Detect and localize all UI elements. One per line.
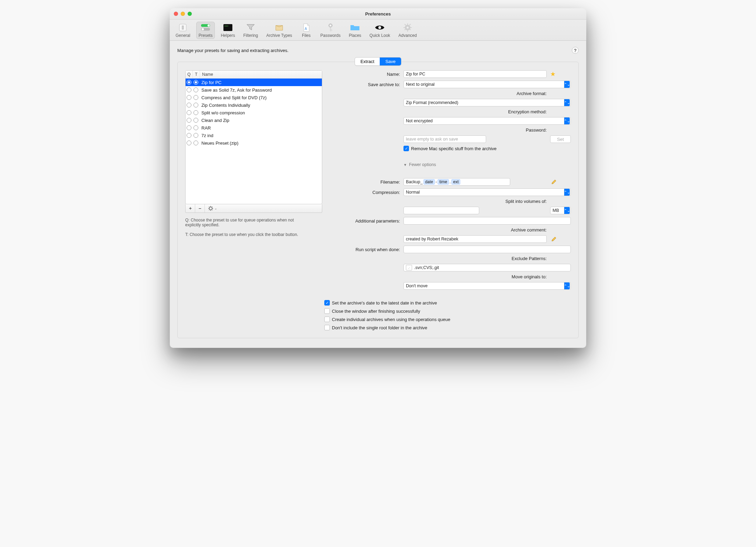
comment-field[interactable] xyxy=(403,235,547,243)
exclude-patterns-value: .svn;CVS;.git xyxy=(414,265,439,270)
toolbar-presets[interactable]: Presets xyxy=(196,22,215,39)
radio-q[interactable] xyxy=(187,95,191,100)
remove-button[interactable]: − xyxy=(195,204,205,213)
radio-q[interactable] xyxy=(187,110,191,115)
edit-comment-button[interactable] xyxy=(550,235,558,243)
help-button[interactable]: ? xyxy=(572,47,579,54)
encryption-select[interactable]: Not encrypted ⌃⌄ xyxy=(403,117,571,125)
table-row[interactable]: 7z ind xyxy=(186,132,322,139)
toolbar-filtering[interactable]: Filtering xyxy=(241,22,261,39)
option-checkbox[interactable]: Set the archive's date to the latest dat… xyxy=(324,300,571,306)
titlebar: Preferences xyxy=(170,8,586,20)
radio-t[interactable] xyxy=(193,118,198,123)
checkbox-icon xyxy=(324,325,330,330)
format-value: Zip Format (recommended) xyxy=(406,100,458,105)
table-row[interactable]: Clean and Zip xyxy=(186,116,322,124)
table-row[interactable]: Zip for PC xyxy=(186,79,322,86)
checkbox-icon xyxy=(324,317,330,322)
compression-select[interactable]: Normal ⌃⌄ xyxy=(403,188,571,196)
radio-q[interactable] xyxy=(187,80,191,85)
favorite-icon[interactable]: ★ xyxy=(550,71,571,77)
name-field[interactable] xyxy=(403,70,547,78)
toolbar-quick-look[interactable]: Quick Look xyxy=(367,22,392,39)
minimize-icon[interactable] xyxy=(181,12,185,16)
option-checkbox[interactable]: Create individual archives when using th… xyxy=(324,317,571,322)
radio-t[interactable] xyxy=(193,103,198,107)
radio-t[interactable] xyxy=(193,133,198,138)
radio-q[interactable] xyxy=(187,118,191,123)
option-checkbox[interactable]: Close the window after finishing success… xyxy=(324,308,571,314)
radio-q[interactable] xyxy=(187,133,191,138)
radio-q[interactable] xyxy=(187,87,191,92)
save-to-select[interactable]: Next to original ⌃⌄ xyxy=(403,81,571,88)
svg-text:exec: exec xyxy=(224,25,229,27)
radio-t[interactable] xyxy=(193,95,198,100)
table-row[interactable]: Compress and Split for DVD (7z) xyxy=(186,94,322,101)
pencil-icon xyxy=(551,236,557,242)
option-checkbox[interactable]: Don't include the single root folder in … xyxy=(324,325,571,330)
table-header: Q T Name xyxy=(186,71,322,79)
table-body[interactable]: Zip for PCSave as Solid 7z, Ask for Pass… xyxy=(186,79,322,204)
actions-menu[interactable]: ⌄ xyxy=(205,204,221,213)
toolbar-passwords[interactable]: Passwords xyxy=(318,22,343,39)
instruction-text: Manage your presets for saving and extra… xyxy=(177,48,288,53)
document-icon: A xyxy=(301,23,312,32)
label-exclude: Exclude Patterns: xyxy=(512,256,547,261)
password-field[interactable] xyxy=(403,135,486,143)
toolbar-files[interactable]: A Files xyxy=(298,22,315,39)
table-row[interactable]: Neues Preset (zip) xyxy=(186,139,322,147)
funnel-icon xyxy=(245,23,256,32)
set-password-button[interactable]: Set xyxy=(550,135,571,143)
remove-mac-checkbox[interactable]: Remove Mac specific stuff from the archi… xyxy=(403,146,571,151)
radio-q[interactable] xyxy=(187,141,191,145)
option-label: Create individual archives when using th… xyxy=(332,317,450,322)
additional-params-field[interactable] xyxy=(403,217,571,225)
radio-t[interactable] xyxy=(193,87,198,92)
close-icon[interactable] xyxy=(174,12,178,16)
col-t[interactable]: T xyxy=(193,71,200,78)
radio-t[interactable] xyxy=(193,110,198,115)
switch-icon xyxy=(177,23,189,32)
chevron-up-down-icon: ⌃⌄ xyxy=(564,117,570,124)
tab-save[interactable]: Save xyxy=(380,58,401,65)
chevron-up-down-icon: ⌃⌄ xyxy=(564,99,570,106)
col-q[interactable]: Q xyxy=(186,71,193,78)
exclude-patterns-field[interactable]: .· .svn;CVS;.git xyxy=(403,264,571,271)
radio-t[interactable] xyxy=(193,125,198,130)
tab-extract[interactable]: Extract xyxy=(355,58,380,65)
radio-t[interactable] xyxy=(193,80,198,85)
toolbar-archive-types[interactable]: Archive Types xyxy=(264,22,294,39)
toolbar-advanced[interactable]: Advanced xyxy=(396,22,419,39)
toolbar-helpers[interactable]: exec Helpers xyxy=(218,22,237,39)
radio-q[interactable] xyxy=(187,103,191,107)
label-additional: Additional parameters: xyxy=(355,218,400,224)
toolbar-places[interactable]: Places xyxy=(346,22,364,39)
split-unit-select[interactable]: MB ⌃⌄ xyxy=(550,207,571,214)
regex-icon: .· xyxy=(406,265,412,270)
table-row[interactable]: RAR xyxy=(186,124,322,132)
svg-rect-20 xyxy=(410,27,412,28)
zoom-icon[interactable] xyxy=(188,12,192,16)
svg-line-30 xyxy=(209,207,210,207)
svg-rect-18 xyxy=(407,30,408,32)
fewer-options-disclosure[interactable]: ▼ Fewer options xyxy=(403,162,571,167)
col-name[interactable]: Name xyxy=(200,71,213,78)
split-size-field[interactable] xyxy=(403,207,479,214)
filename-field[interactable]: Backup_ date - time . ext xyxy=(403,178,510,186)
radio-q[interactable] xyxy=(187,125,191,130)
preset-name: Save as Solid 7z, Ask for Password xyxy=(199,87,272,93)
table-row[interactable]: Split w/o compression xyxy=(186,109,322,116)
add-button[interactable]: ＋ xyxy=(186,204,195,213)
format-select[interactable]: Zip Format (recommended) ⌃⌄ xyxy=(403,99,571,106)
remove-mac-label: Remove Mac specific stuff from the archi… xyxy=(411,146,496,151)
toolbar-general[interactable]: General xyxy=(173,22,193,39)
radio-t[interactable] xyxy=(193,141,198,145)
svg-rect-21 xyxy=(405,24,406,25)
run-script-field[interactable] xyxy=(403,246,571,253)
svg-rect-13 xyxy=(331,30,332,31)
label-password: Password: xyxy=(526,127,547,133)
edit-filename-button[interactable] xyxy=(550,178,558,186)
move-originals-select[interactable]: Don't move ⌃⌄ xyxy=(403,282,571,290)
table-row[interactable]: Zip Contents Individually xyxy=(186,101,322,109)
table-row[interactable]: Save as Solid 7z, Ask for Password xyxy=(186,86,322,94)
